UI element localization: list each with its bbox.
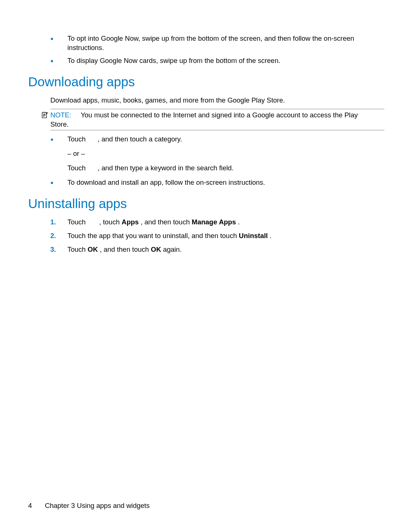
step-item: 3. Touch OK , and then touch OK again. bbox=[50, 245, 372, 254]
note-text: You must be connected to the Internet an… bbox=[50, 111, 358, 128]
bold-text: Apps bbox=[121, 218, 139, 226]
bold-text: Uninstall bbox=[239, 232, 268, 240]
text-fragment: , and then touch a category. bbox=[98, 135, 182, 143]
note-top-rule bbox=[50, 109, 384, 109]
note-label: NOTE: bbox=[50, 111, 71, 119]
downloading-intro-paragraph: Download apps, music, books, games, and … bbox=[50, 96, 372, 105]
intro-bullet-list: To opt into Google Now, swipe up from th… bbox=[50, 34, 372, 66]
uninstalling-steps: 1. Touch , touch Apps , and then touch M… bbox=[50, 218, 372, 254]
text-fragment: Touch bbox=[67, 164, 88, 172]
list-item: To download and install an app, follow t… bbox=[50, 178, 372, 187]
or-separator: – or – bbox=[67, 149, 372, 158]
note-bottom-rule bbox=[50, 130, 384, 130]
text-fragment: Touch bbox=[67, 135, 88, 143]
step-item: 2. Touch the app that you want to uninst… bbox=[50, 231, 372, 241]
text-fragment: Touch the app that you want to uninstall… bbox=[67, 232, 239, 240]
text-fragment: , and then type a keyword in the search … bbox=[98, 164, 234, 172]
text-fragment: Touch bbox=[67, 218, 88, 226]
text-fragment: . bbox=[238, 218, 240, 226]
step-number: 2. bbox=[50, 231, 56, 240]
text-fragment: , and then touch bbox=[141, 218, 192, 226]
bold-text: OK bbox=[88, 245, 98, 253]
text-fragment: , touch bbox=[99, 218, 122, 226]
heading-downloading-apps: Downloading apps bbox=[28, 74, 372, 89]
list-item: To display Google Now cards, swipe up fr… bbox=[50, 56, 372, 66]
bullet-text: To display Google Now cards, swipe up fr… bbox=[67, 57, 280, 64]
step-item: 1. Touch , touch Apps , and then touch M… bbox=[50, 218, 372, 227]
note-icon bbox=[41, 111, 49, 122]
text-fragment: , and then touch bbox=[100, 245, 151, 253]
note-block: NOTE: You must be connected to the Inter… bbox=[28, 111, 372, 129]
step-number: 3. bbox=[50, 245, 56, 254]
page-number: 4 bbox=[28, 502, 43, 510]
list-item: To opt into Google Now, swipe up from th… bbox=[50, 34, 372, 53]
bold-text: OK bbox=[151, 245, 161, 253]
heading-uninstalling-apps: Uninstalling apps bbox=[28, 196, 372, 211]
bullet-text: To opt into Google Now, swipe up from th… bbox=[67, 34, 354, 51]
text-fragment: . bbox=[270, 232, 271, 240]
bold-text: Manage Apps bbox=[192, 218, 236, 226]
list-item: Touch , and then touch a category. – or … bbox=[50, 135, 372, 173]
bullet-text: To download and install an app, follow t… bbox=[67, 178, 265, 186]
chapter-label: Chapter 3 Using apps and widgets bbox=[45, 502, 150, 509]
downloading-bullet-list: Touch , and then touch a category. – or … bbox=[50, 135, 372, 187]
page-footer: 4 Chapter 3 Using apps and widgets bbox=[28, 502, 150, 510]
step-number: 1. bbox=[50, 218, 56, 227]
text-fragment: Touch bbox=[67, 245, 88, 253]
text-fragment: again. bbox=[163, 245, 181, 253]
alt-instruction: Touch , and then type a keyword in the s… bbox=[67, 164, 372, 173]
